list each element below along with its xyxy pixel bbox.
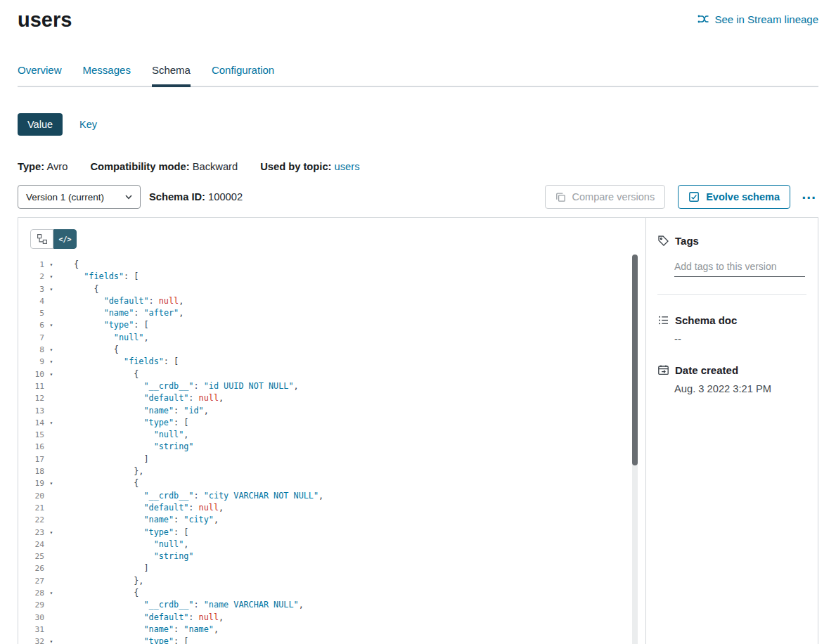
value-toggle-button[interactable]: Value <box>18 113 63 136</box>
fold-spacer <box>44 575 58 587</box>
tab-configuration[interactable]: Configuration <box>212 64 274 86</box>
code-line: 9▾ "fields": [ <box>18 356 645 368</box>
code-line: 26 ] <box>18 562 645 574</box>
tags-title: Tags <box>675 235 699 247</box>
schema-code-editor[interactable]: 1▾{2▾ "fields": [3▾ {4 "default": null,5… <box>18 259 645 644</box>
schema-sidebar: Tags Schema doc -- <box>645 218 818 644</box>
compare-versions-button[interactable]: Compare versions <box>545 185 666 209</box>
tab-messages[interactable]: Messages <box>83 64 131 86</box>
code-line: 19▾ { <box>18 477 645 489</box>
fold-toggle-icon[interactable]: ▾ <box>44 477 58 489</box>
fold-spacer <box>44 624 58 636</box>
editor-scrollbar[interactable] <box>632 255 638 644</box>
fold-toggle-icon[interactable]: ▾ <box>44 271 58 283</box>
code-line: 27 }, <box>18 575 645 587</box>
code-line: 29 "__crdb__": "name VARCHAR NULL", <box>18 599 645 611</box>
code-line: 17 ] <box>18 453 645 465</box>
code-line: 7 "null", <box>18 332 645 344</box>
code-line: 2▾ "fields": [ <box>18 271 645 283</box>
code-line: 6▾ "type": [ <box>18 319 645 331</box>
fold-spacer <box>44 405 58 417</box>
fold-toggle-icon[interactable]: ▾ <box>44 356 58 368</box>
stream-lineage-icon <box>697 13 709 25</box>
fold-toggle-icon[interactable]: ▾ <box>44 636 58 644</box>
code-line: 3▾ { <box>18 283 645 295</box>
page-header: users See in Stream lineage <box>18 0 818 32</box>
tab-bar: Overview Messages Schema Configuration <box>18 64 818 87</box>
fold-spacer <box>44 295 58 307</box>
fold-toggle-icon[interactable]: ▾ <box>44 259 58 271</box>
topic-label: Used by topic: <box>260 161 331 172</box>
tree-view-button[interactable] <box>30 229 53 249</box>
code-line: 25 "string" <box>18 550 645 562</box>
schema-panel: </> 1▾{2▾ "fields": [3▾ {4 "default": nu… <box>18 217 818 644</box>
schema-doc-title: Schema doc <box>675 314 737 326</box>
code-line: 22 "name": "city", <box>18 514 645 526</box>
compare-versions-icon <box>555 192 566 202</box>
code-line: 14▾ "type": [ <box>18 417 645 429</box>
schema-id-value: 100002 <box>208 191 243 202</box>
code-line: 13 "name": "id", <box>18 405 645 417</box>
code-line: 20 "__crdb__": "city VARCHAR NOT NULL", <box>18 490 645 502</box>
fold-toggle-icon[interactable]: ▾ <box>44 417 58 429</box>
stream-lineage-link[interactable]: See in Stream lineage <box>697 13 818 25</box>
code-line: 16 "string" <box>18 441 645 453</box>
date-created-value: Aug. 3 2022 3:21 PM <box>674 383 806 394</box>
code-line: 12 "default": null, <box>18 392 645 404</box>
more-actions-button[interactable]: ⋯ <box>800 187 818 207</box>
code-line: 10▾ { <box>18 368 645 380</box>
key-toggle-button[interactable]: Key <box>79 113 97 136</box>
page-title: users <box>18 8 72 32</box>
type-value: Avro <box>46 161 67 172</box>
date-created-title: Date created <box>675 364 738 376</box>
fold-spacer <box>44 441 58 453</box>
fold-spacer <box>44 562 58 574</box>
code-view-button[interactable]: </> <box>53 229 77 249</box>
compat-meta: Compatibility mode: Backward <box>90 161 238 172</box>
fold-spacer <box>44 453 58 465</box>
code-line: 30 "default": null, <box>18 612 645 624</box>
fold-spacer <box>44 502 58 514</box>
fold-toggle-icon[interactable]: ▾ <box>44 344 58 356</box>
editor-scrollbar-thumb[interactable] <box>632 255 638 465</box>
evolve-schema-button[interactable]: Evolve schema <box>678 185 790 209</box>
code-lines: 1▾{2▾ "fields": [3▾ {4 "default": null,5… <box>18 259 645 644</box>
code-line: 18 }, <box>18 465 645 477</box>
stream-lineage-label: See in Stream lineage <box>714 13 818 25</box>
fold-spacer <box>44 307 58 319</box>
controls-row: Version 1 (current) Schema ID: 100002 Co… <box>18 185 818 209</box>
fold-spacer <box>44 429 58 441</box>
tab-schema[interactable]: Schema <box>152 64 191 86</box>
topic-link[interactable]: users <box>335 161 360 172</box>
fold-spacer <box>44 612 58 624</box>
code-line: 11 "__crdb__": "id UUID NOT NULL", <box>18 380 645 392</box>
code-line: 8▾ { <box>18 344 645 356</box>
code-line: 15 "null", <box>18 429 645 441</box>
schema-doc-header: Schema doc <box>657 314 806 326</box>
version-select[interactable]: Version 1 (current) <box>18 185 141 209</box>
fold-spacer <box>44 514 58 526</box>
schema-id: Schema ID: 100002 <box>149 191 243 202</box>
fold-toggle-icon[interactable]: ▾ <box>44 283 58 295</box>
compat-label: Compatibility mode: <box>90 161 189 172</box>
fold-toggle-icon[interactable]: ▾ <box>44 587 58 599</box>
schema-doc-value: -- <box>674 333 806 344</box>
fold-toggle-icon[interactable]: ▾ <box>44 319 58 331</box>
fold-spacer <box>44 550 58 562</box>
tags-input[interactable] <box>674 259 805 277</box>
compare-versions-label: Compare versions <box>572 191 655 202</box>
code-line: 28▾ { <box>18 587 645 599</box>
code-line: 4 "default": null, <box>18 295 645 307</box>
schema-id-label: Schema ID: <box>149 191 205 202</box>
tags-header: Tags <box>657 235 806 247</box>
tab-overview[interactable]: Overview <box>18 64 62 86</box>
fold-toggle-icon[interactable]: ▾ <box>44 368 58 380</box>
schema-doc-section: Schema doc -- <box>657 314 806 344</box>
code-line: 5 "name": "after", <box>18 307 645 319</box>
fold-spacer <box>44 332 58 344</box>
code-line: 23▾ "type": [ <box>18 527 645 539</box>
schema-doc-icon <box>657 314 669 326</box>
sidebar-divider <box>657 294 806 295</box>
fold-spacer <box>44 599 58 611</box>
fold-toggle-icon[interactable]: ▾ <box>44 527 58 539</box>
